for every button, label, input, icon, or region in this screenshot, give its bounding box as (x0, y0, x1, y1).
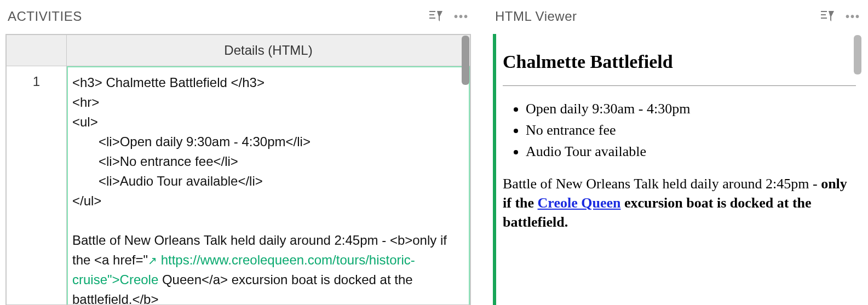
activities-grid: Details (HTML) 1 <h3> Chalmette Battlefi… (5, 34, 471, 305)
list-item: No entrance fee (526, 120, 856, 140)
grid-table: Details (HTML) 1 <h3> Chalmette Battlefi… (6, 34, 470, 304)
code-line: <hr> (72, 95, 99, 110)
code-line: <h3> Chalmette Battlefield </h3> (72, 75, 265, 90)
html-viewer-panel: HTML Viewer ••• Chalmette Battlefield (493, 5, 863, 305)
code-line: <li>No entrance fee</li> (99, 154, 238, 169)
list-item: Audio Tour available (526, 142, 856, 161)
code-line: <li>Audio Tour available</li> (99, 174, 263, 188)
column-header-details[interactable]: Details (HTML) (67, 35, 470, 66)
scrollbar-thumb[interactable] (854, 35, 861, 74)
code-line: <ul> (72, 114, 98, 129)
more-icon[interactable]: ••• (454, 10, 469, 23)
rendered-paragraph: Battle of New Orleans Talk held daily ar… (503, 174, 856, 232)
viewer-tools: ••• (820, 10, 860, 23)
rendered-heading: Chalmette Battlefield (503, 49, 856, 74)
viewer-header: HTML Viewer ••• (493, 5, 863, 34)
more-icon[interactable]: ••• (846, 10, 860, 23)
details-cell[interactable]: <h3> Chalmette Battlefield </h3> <hr> <u… (67, 66, 470, 305)
external-link-icon: ↗ (148, 255, 157, 267)
row-number[interactable]: 1 (7, 66, 67, 305)
scrollbar-thumb[interactable] (462, 36, 469, 85)
rendered-hr (503, 85, 856, 86)
activities-tools: ••• (429, 10, 469, 23)
viewer-body: Chalmette Battlefield Open daily 9:30am … (493, 34, 863, 305)
viewer-title: HTML Viewer (495, 9, 577, 24)
activities-header: ACTIVITIES ••• (5, 5, 471, 34)
filter-icon[interactable] (820, 10, 835, 22)
rendered-list: Open daily 9:30am - 4:30pm No entrance f… (503, 99, 856, 161)
rendered-html: Chalmette Battlefield Open daily 9:30am … (496, 34, 863, 236)
code-line: Battle of New Orleans Talk held daily ar… (72, 233, 390, 248)
list-item: Open daily 9:30am - 4:30pm (526, 99, 856, 118)
activities-panel: ACTIVITIES ••• (5, 5, 471, 305)
scrollbar-track[interactable] (852, 34, 863, 305)
filter-icon[interactable] (429, 10, 443, 22)
para-text: Battle of New Orleans Talk held daily ar… (503, 176, 821, 192)
code-line: <li>Open daily 9:30am - 4:30pm</li> (99, 134, 311, 149)
table-row[interactable]: 1 <h3> Chalmette Battlefield </h3> <hr> … (7, 66, 470, 305)
creole-queen-link[interactable]: Creole Queen (538, 195, 621, 211)
scrollbar-track[interactable] (459, 34, 470, 304)
activities-title: ACTIVITIES (8, 9, 82, 24)
details-cell-content[interactable]: <h3> Chalmette Battlefield </h3> <hr> <u… (67, 66, 470, 304)
code-line: </ul> (72, 193, 101, 208)
rownum-header (7, 35, 67, 66)
